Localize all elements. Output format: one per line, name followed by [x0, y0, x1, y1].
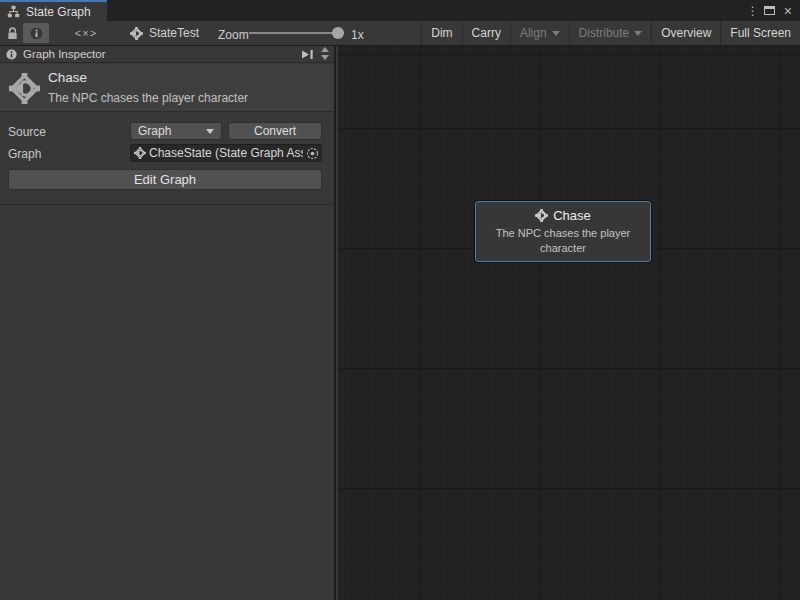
distribute-button: Distribute — [569, 21, 652, 45]
node-title: Chase — [553, 208, 591, 223]
zoom-slider-handle[interactable] — [332, 27, 344, 39]
maximize-icon[interactable] — [764, 6, 775, 15]
state-node-chase[interactable]: Chase The NPC chases the player characte… — [475, 201, 651, 262]
overview-button[interactable]: Overview — [651, 21, 720, 45]
graph-canvas[interactable]: Chase The NPC chases the player characte… — [338, 46, 800, 600]
zoom-label: Zoom — [218, 28, 249, 42]
tab-state-graph[interactable]: State Graph — [0, 0, 107, 21]
inspector-toggle-button[interactable] — [23, 23, 49, 43]
lock-icon[interactable] — [6, 26, 19, 41]
zoom-value: 1x — [351, 28, 364, 42]
source-dropdown-value: Graph — [138, 124, 171, 138]
graph-icon — [7, 5, 20, 18]
dock-panel-icon[interactable] — [301, 49, 314, 60]
edit-graph-button[interactable]: Edit Graph — [8, 169, 322, 190]
fullscreen-button[interactable]: Full Screen — [720, 21, 800, 45]
scroll-up-icon[interactable] — [321, 47, 329, 52]
scroll-down-icon[interactable] — [321, 55, 329, 60]
code-x-icon: <×> — [75, 27, 97, 39]
source-dropdown[interactable]: Graph — [130, 122, 222, 140]
object-picker-icon[interactable] — [306, 147, 319, 160]
state-graph-icon — [130, 27, 143, 40]
tab-title: State Graph — [26, 5, 91, 19]
graph-object-value: ChaseState (State Graph Ass — [149, 146, 303, 160]
info-icon — [6, 49, 17, 60]
state-graph-icon — [134, 147, 146, 159]
state-title: Chase — [48, 70, 87, 85]
state-summary: Chase The NPC chases the player characte… — [0, 64, 334, 112]
info-icon — [30, 27, 43, 40]
graph-field-label: Graph — [8, 147, 41, 161]
source-label: Source — [8, 125, 46, 139]
convert-button[interactable]: Convert — [228, 122, 322, 140]
graph-breadcrumb-label: StateTest — [149, 26, 199, 40]
align-button: Align — [510, 21, 569, 45]
graph-toolbar: <×> StateTest Zoom 1x Dim Carry Align Di… — [0, 21, 800, 46]
tab-bar: State Graph ⋮ × — [0, 0, 800, 21]
carry-button[interactable]: Carry — [462, 21, 510, 45]
chevron-down-icon — [634, 31, 642, 36]
graph-inspector-header: Graph Inspector — [0, 46, 334, 63]
scroll-spinner[interactable] — [321, 47, 329, 60]
zoom-slider[interactable] — [249, 32, 344, 34]
divider — [0, 204, 334, 205]
state-description: The NPC chases the player character — [48, 91, 248, 105]
graph-object-field[interactable]: ChaseState (State Graph Ass — [130, 144, 322, 162]
graph-breadcrumb[interactable]: StateTest — [130, 23, 199, 43]
dim-button[interactable]: Dim — [421, 21, 461, 45]
window-menu-icon[interactable]: ⋮ — [747, 4, 755, 18]
graph-inspector-title: Graph Inspector — [23, 48, 105, 60]
chevron-down-icon — [206, 129, 214, 134]
node-description: The NPC chases the player character — [484, 226, 642, 255]
close-icon[interactable]: × — [784, 6, 792, 16]
graph-inspector-panel: Graph Inspector Chase The NPC chases the… — [0, 46, 336, 600]
state-graph-icon — [9, 73, 40, 104]
chevron-down-icon — [552, 31, 560, 36]
values-toggle-button[interactable]: <×> — [70, 23, 102, 43]
state-graph-icon — [535, 209, 548, 222]
